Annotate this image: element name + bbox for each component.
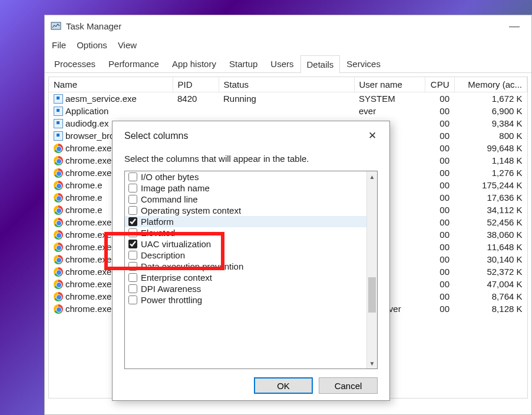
- process-cpu: 00: [425, 204, 454, 216]
- chrome-icon: [54, 218, 63, 227]
- process-name: chrome.exe: [65, 267, 111, 277]
- column-checkbox[interactable]: [128, 228, 137, 237]
- column-checkbox[interactable]: [128, 172, 137, 181]
- col-status[interactable]: Status: [219, 77, 354, 92]
- column-label: Image path name: [141, 183, 210, 193]
- tab-users[interactable]: Users: [264, 55, 300, 72]
- app-generic-icon: [54, 94, 63, 104]
- chrome-icon: [54, 168, 63, 178]
- col-user[interactable]: User name: [354, 77, 425, 92]
- close-icon[interactable]: ✕: [364, 127, 381, 144]
- column-option[interactable]: Elevated: [125, 227, 366, 238]
- column-option[interactable]: Enterprise context: [125, 272, 366, 283]
- column-option[interactable]: Data execution prevention: [125, 261, 366, 272]
- col-pid[interactable]: PID: [173, 77, 219, 92]
- dialog-titlebar: Select columns ✕: [113, 121, 389, 148]
- app-generic-icon: [54, 119, 63, 128]
- process-cpu: 00: [425, 191, 454, 204]
- column-checkbox[interactable]: [128, 284, 137, 293]
- column-label: Operating system context: [141, 205, 241, 215]
- process-memory: 34,112 K: [454, 204, 527, 216]
- process-memory: 8,764 K: [454, 290, 527, 303]
- process-cpu: 00: [425, 303, 454, 315]
- column-label: Power throttling: [141, 295, 202, 305]
- table-row[interactable]: aesm_service.exe8420RunningSYSTEM001,672…: [49, 92, 527, 105]
- tab-details[interactable]: Details: [300, 55, 341, 73]
- menu-view[interactable]: View: [118, 40, 137, 50]
- process-name: chrome.e: [65, 192, 103, 202]
- titlebar: Task Manager —: [45, 15, 531, 36]
- minimize-icon[interactable]: —: [503, 20, 526, 32]
- tab-app-history[interactable]: App history: [166, 55, 223, 72]
- ok-button[interactable]: OK: [254, 377, 313, 394]
- column-option[interactable]: Command line: [125, 194, 366, 205]
- process-name: chrome.exe: [65, 254, 111, 264]
- chrome-icon: [54, 267, 63, 277]
- cancel-button[interactable]: Cancel: [319, 377, 378, 394]
- tab-startup[interactable]: Startup: [223, 55, 264, 72]
- column-checkbox[interactable]: [128, 184, 137, 192]
- column-checkbox[interactable]: [128, 296, 137, 304]
- column-checkbox[interactable]: [128, 217, 137, 226]
- process-status: Running: [219, 92, 354, 105]
- chrome-icon: [54, 181, 63, 190]
- menubar: File Options View: [45, 36, 531, 55]
- chrome-icon: [54, 205, 63, 215]
- select-columns-dialog: Select columns ✕ Select the columns that…: [112, 121, 390, 401]
- window-title: Task Manager: [66, 21, 121, 31]
- column-option[interactable]: I/O other bytes: [125, 171, 366, 182]
- scroll-thumb[interactable]: [368, 277, 376, 313]
- process-memory: 47,004 K: [454, 278, 527, 290]
- column-option[interactable]: Platform: [125, 216, 366, 227]
- process-cpu: 00: [425, 228, 454, 241]
- scroll-down-arrow[interactable]: ▼: [367, 358, 377, 368]
- column-checkbox[interactable]: [128, 195, 137, 204]
- process-user: ever: [354, 105, 425, 117]
- chrome-icon: [54, 304, 63, 314]
- column-option[interactable]: DPI Awareness: [125, 283, 366, 294]
- process-cpu: 00: [425, 105, 454, 117]
- tab-strip: Processes Performance App history Startu…: [45, 55, 531, 73]
- tab-services[interactable]: Services: [340, 55, 387, 72]
- col-name[interactable]: Name: [49, 77, 173, 92]
- column-option[interactable]: Power throttling: [125, 294, 366, 306]
- process-name: Application: [65, 106, 108, 116]
- column-option[interactable]: Image path name: [125, 182, 366, 194]
- menu-file[interactable]: File: [52, 40, 66, 50]
- col-memory[interactable]: Memory (ac...: [454, 77, 527, 92]
- column-checkbox[interactable]: [128, 240, 137, 248]
- column-checkbox[interactable]: [128, 251, 137, 260]
- process-name: chrome.exe: [65, 242, 111, 252]
- process-memory: 1,672 K: [454, 92, 527, 105]
- columns-listbox[interactable]: I/O other bytesImage path nameCommand li…: [124, 171, 378, 369]
- tab-performance[interactable]: Performance: [102, 55, 166, 72]
- process-name: chrome.e: [65, 180, 103, 190]
- app-icon: [51, 21, 61, 31]
- column-label: DPI Awareness: [141, 284, 201, 294]
- table-row[interactable]: Applicationever006,900 K: [49, 105, 527, 117]
- column-checkbox[interactable]: [128, 206, 137, 215]
- chrome-icon: [54, 280, 63, 289]
- process-cpu: 00: [425, 130, 454, 142]
- scroll-up-arrow[interactable]: ▲: [367, 171, 377, 182]
- tab-processes[interactable]: Processes: [48, 55, 102, 72]
- column-label: UAC virtualization: [141, 239, 211, 249]
- process-name: chrome.exe: [65, 168, 111, 178]
- column-option[interactable]: Description: [125, 250, 366, 261]
- column-checkbox[interactable]: [128, 262, 137, 271]
- process-memory: 52,456 K: [454, 216, 527, 228]
- chrome-icon: [54, 230, 63, 240]
- process-memory: 99,648 K: [454, 142, 527, 154]
- process-memory: 30,140 K: [454, 253, 527, 265]
- column-option[interactable]: Operating system context: [125, 205, 366, 216]
- process-memory: 1,276 K: [454, 167, 527, 179]
- chrome-icon: [54, 193, 63, 202]
- scrollbar[interactable]: ▲ ▼: [366, 171, 377, 368]
- process-user: SYSTEM: [354, 92, 425, 105]
- process-cpu: 00: [425, 167, 454, 179]
- column-option[interactable]: UAC virtualization: [125, 238, 366, 250]
- menu-options[interactable]: Options: [77, 40, 107, 50]
- column-checkbox[interactable]: [128, 273, 137, 282]
- process-name: chrome.exe: [65, 279, 111, 289]
- col-cpu[interactable]: CPU: [425, 77, 454, 92]
